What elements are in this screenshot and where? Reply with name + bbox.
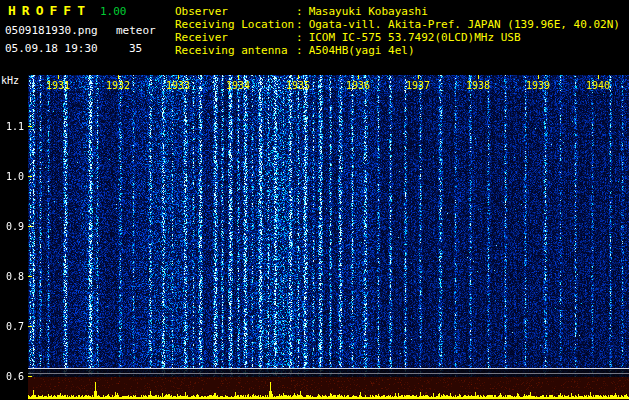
y-axis-unit-label: kHz bbox=[1, 75, 19, 86]
observer-info: Observer:Masayuki Kobayashi Receiving Lo… bbox=[175, 5, 620, 57]
time-tick-label: 1940 bbox=[583, 80, 613, 91]
time-tick-label: 1933 bbox=[163, 80, 193, 91]
time-tick-label: 1937 bbox=[403, 80, 433, 91]
meteor-count: 35 bbox=[129, 42, 142, 55]
time-tick-label: 1939 bbox=[523, 80, 553, 91]
receiver-value: ICOM IC-575 53.7492(0LCD)MHz USB bbox=[309, 31, 521, 44]
time-tick-mark bbox=[538, 75, 539, 79]
hrofft-window: HROFFT 1.00 0509181930.png meteor 05.09.… bbox=[0, 0, 629, 400]
y-tick-mark bbox=[28, 276, 32, 277]
y-tick-label: 0.9 bbox=[2, 221, 24, 232]
y-tick-label: 0.6 bbox=[2, 371, 24, 382]
y-tick-mark bbox=[28, 376, 32, 377]
time-tick-mark bbox=[118, 75, 119, 79]
y-tick-label: 1.1 bbox=[2, 121, 24, 132]
time-tick-mark bbox=[358, 75, 359, 79]
time-tick-label: 1935 bbox=[283, 80, 313, 91]
time-tick-mark bbox=[178, 75, 179, 79]
time-tick-mark bbox=[298, 75, 299, 79]
info-row-observer: Observer:Masayuki Kobayashi bbox=[175, 5, 620, 18]
receiver-label: Receiver bbox=[175, 31, 296, 44]
location-value: Ogata-vill. Akita-Pref. JAPAN (139.96E, … bbox=[309, 18, 620, 31]
info-row-receiver: Receiver:ICOM IC-575 53.7492(0LCD)MHz US… bbox=[175, 31, 620, 44]
y-tick-label: 0.8 bbox=[2, 271, 24, 282]
app-title: HROFFT bbox=[8, 3, 91, 18]
colon: : bbox=[296, 31, 303, 44]
time-tick-mark bbox=[58, 75, 59, 79]
time-tick-mark bbox=[418, 75, 419, 79]
y-tick-label: 1.0 bbox=[2, 171, 24, 182]
time-tick-mark bbox=[598, 75, 599, 79]
info-row-antenna: Receiving antenna:A504HB(yagi 4el) bbox=[175, 44, 620, 57]
time-tick-label: 1932 bbox=[103, 80, 133, 91]
time-tick-mark bbox=[238, 75, 239, 79]
colon: : bbox=[296, 44, 303, 57]
location-label: Receiving Location bbox=[175, 18, 296, 31]
y-tick-mark bbox=[28, 176, 32, 177]
time-tick-label: 1934 bbox=[223, 80, 253, 91]
colon: : bbox=[296, 18, 303, 31]
antenna-label: Receiving antenna bbox=[175, 44, 296, 57]
mode-label: meteor bbox=[116, 24, 156, 37]
y-tick-mark bbox=[28, 326, 32, 327]
spectrogram-canvas bbox=[28, 75, 629, 377]
observer-value: Masayuki Kobayashi bbox=[309, 5, 428, 18]
colon: : bbox=[296, 5, 303, 18]
time-tick-label: 1931 bbox=[43, 80, 73, 91]
time-tick-label: 1936 bbox=[343, 80, 373, 91]
info-row-location: Receiving Location:Ogata-vill. Akita-Pre… bbox=[175, 18, 620, 31]
signal-level-canvas bbox=[28, 377, 629, 400]
output-filename: 0509181930.png bbox=[5, 24, 98, 37]
y-tick-mark bbox=[28, 126, 32, 127]
antenna-value: A504HB(yagi 4el) bbox=[309, 44, 415, 57]
observer-label: Observer bbox=[175, 5, 296, 18]
time-tick-label: 1938 bbox=[463, 80, 493, 91]
datetime-label: 05.09.18 19:30 bbox=[5, 42, 98, 55]
time-tick-mark bbox=[478, 75, 479, 79]
y-tick-label: 0.7 bbox=[2, 321, 24, 332]
app-version: 1.00 bbox=[100, 5, 127, 18]
y-tick-mark bbox=[28, 226, 32, 227]
